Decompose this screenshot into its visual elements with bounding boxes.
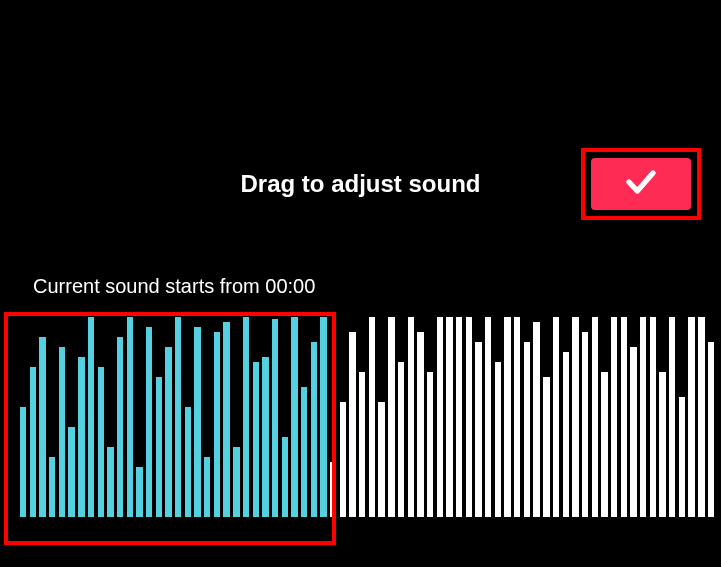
waveform-bar bbox=[78, 357, 84, 517]
waveform-bar bbox=[475, 342, 481, 517]
waveform-bar bbox=[456, 317, 462, 517]
waveform-bar bbox=[543, 377, 549, 517]
waveform-bar bbox=[437, 317, 443, 517]
waveform-bar bbox=[311, 342, 317, 517]
waveform-bar bbox=[39, 337, 45, 517]
check-icon bbox=[623, 164, 659, 204]
waveform-bar bbox=[185, 407, 191, 517]
waveform-bar bbox=[107, 447, 113, 517]
waveform-bar bbox=[330, 462, 336, 517]
waveform-bar bbox=[572, 317, 578, 517]
waveform-bar bbox=[98, 367, 104, 517]
waveform-bar bbox=[214, 332, 220, 517]
status-prefix: Current sound starts from bbox=[33, 275, 265, 297]
waveform-bar bbox=[669, 317, 675, 517]
confirm-button-highlight bbox=[581, 148, 701, 220]
waveform-bar bbox=[688, 317, 694, 517]
waveform-bar bbox=[291, 317, 297, 517]
waveform-bar bbox=[127, 317, 133, 517]
waveform-bar bbox=[640, 317, 646, 517]
waveform-bar bbox=[88, 317, 94, 517]
waveform-bar bbox=[253, 362, 259, 517]
waveform-bar bbox=[533, 322, 539, 517]
waveform-bar bbox=[708, 342, 714, 517]
waveform-bar bbox=[650, 317, 656, 517]
waveform-bar bbox=[582, 332, 588, 517]
waveform-bar bbox=[20, 407, 26, 517]
waveform-bar bbox=[630, 347, 636, 517]
confirm-button[interactable] bbox=[591, 158, 691, 210]
waveform-bar bbox=[175, 317, 181, 517]
waveform-bar bbox=[514, 317, 520, 517]
waveform-bar bbox=[679, 397, 685, 517]
waveform-bar bbox=[398, 362, 404, 517]
waveform-bar bbox=[563, 352, 569, 517]
waveform-bar bbox=[223, 322, 229, 517]
waveform-bar bbox=[243, 317, 249, 517]
waveform-bar bbox=[524, 342, 530, 517]
waveform-bar bbox=[49, 457, 55, 517]
waveform-bar bbox=[136, 467, 142, 517]
waveform-bar bbox=[485, 317, 491, 517]
waveform-bar bbox=[446, 317, 452, 517]
waveform-bar bbox=[194, 327, 200, 517]
waveform-bar bbox=[301, 387, 307, 517]
waveform-bar bbox=[146, 327, 152, 517]
waveform-bar bbox=[165, 347, 171, 517]
waveform-bar bbox=[233, 447, 239, 517]
waveform-bar bbox=[204, 457, 210, 517]
waveform-bar bbox=[59, 347, 65, 517]
waveform-bar bbox=[340, 402, 346, 517]
waveform-bar bbox=[592, 317, 598, 517]
waveform-bar bbox=[30, 367, 36, 517]
waveform-bar bbox=[659, 372, 665, 517]
waveform-bar bbox=[553, 317, 559, 517]
waveform-bar bbox=[282, 437, 288, 517]
status-time: 00:00 bbox=[265, 275, 315, 297]
waveform-bar bbox=[369, 317, 375, 517]
waveform-bar bbox=[349, 332, 355, 517]
waveform-bar bbox=[68, 427, 74, 517]
waveform-bar bbox=[417, 332, 423, 517]
waveform-bar bbox=[378, 402, 384, 517]
waveform-bar bbox=[408, 317, 414, 517]
waveform-bar bbox=[611, 317, 617, 517]
waveform-bar bbox=[320, 317, 326, 517]
waveform-bar bbox=[466, 317, 472, 517]
waveform-bar bbox=[601, 372, 607, 517]
waveform-bar bbox=[359, 372, 365, 517]
waveform-bar bbox=[272, 319, 278, 517]
instruction-title: Drag to adjust sound bbox=[241, 170, 481, 198]
waveform-bar bbox=[698, 317, 704, 517]
waveform-bar bbox=[262, 357, 268, 517]
waveform-track[interactable] bbox=[20, 317, 721, 517]
sound-start-status: Current sound starts from 00:00 bbox=[33, 275, 315, 298]
waveform-bar bbox=[388, 317, 394, 517]
waveform-bar bbox=[621, 317, 627, 517]
waveform-bar bbox=[117, 337, 123, 517]
waveform-bar bbox=[427, 372, 433, 517]
waveform-bar bbox=[504, 317, 510, 517]
waveform-bar bbox=[156, 377, 162, 517]
waveform-bar bbox=[495, 362, 501, 517]
